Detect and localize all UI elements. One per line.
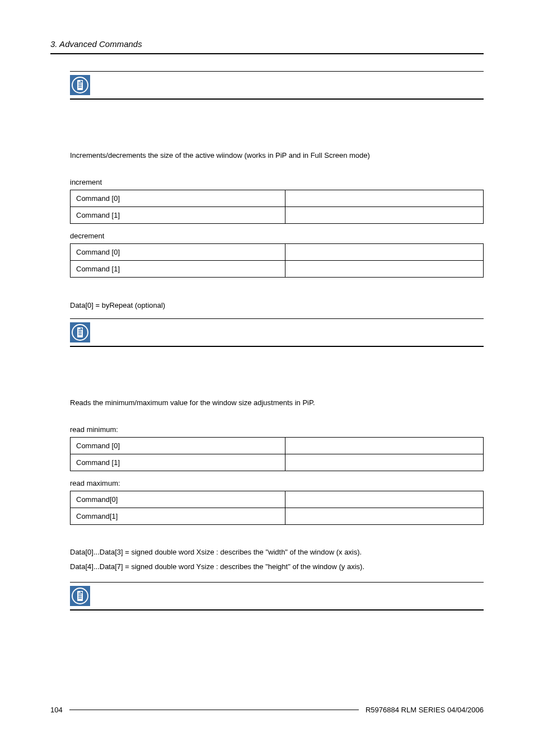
cell: Command [0] [71,190,285,206]
cell: Command [1] [71,260,285,277]
decrement-label: decrement [70,232,484,240]
section1-description: Increments/decrements the size of the ac… [70,150,484,161]
note-block-3 [70,582,484,611]
cell [285,206,483,223]
increment-table: Command [0] Command [1] [70,190,484,224]
note-bottom-rule [70,609,484,611]
note-icon [70,586,90,606]
note-top-rule [70,582,484,583]
header-rule [50,53,484,54]
cell: Command [0] [71,437,285,454]
note-top-rule [70,71,484,72]
read-min-label: read minimum: [70,425,484,434]
cell [285,508,483,524]
increment-label: increment [70,178,484,186]
cell [285,243,483,260]
cell [285,491,483,508]
decrement-table: Command [0] Command [1] [70,243,484,278]
cell [285,190,483,206]
note-block-1 [70,71,484,100]
cell: Command [1] [71,454,285,471]
data-line-2: Data[4]...Data[7] = signed double word Y… [70,560,484,574]
note-block-2 [70,318,484,347]
data-line-1: Data[0]...Data[3] = signed double word X… [70,545,484,560]
page-footer: 104 R5976884 RLM SERIES 04/04/2006 [50,706,484,714]
note-icon [70,75,90,95]
read-min-table: Command [0] Command [1] [70,437,484,471]
data-note-1: Data[0] = byRepeat (optional) [70,300,484,311]
cell [285,454,483,471]
table-row: Command [1] [71,454,484,471]
table-row: Command[0] [71,491,484,508]
note-icon [70,322,90,342]
cell: Command [1] [71,206,285,223]
table-row: Command [1] [71,260,484,277]
cell [285,437,483,454]
table-row: Command[1] [71,508,484,524]
table-row: Command [0] [71,243,484,260]
footer-doc-info: R5976884 RLM SERIES 04/04/2006 [359,706,484,714]
data-lines: Data[0]...Data[3] = signed double word X… [70,545,484,574]
page-number: 104 [50,706,69,714]
table-row: Command [1] [71,206,484,223]
read-max-label: read maximum: [70,479,484,487]
table-row: Command [0] [71,190,484,206]
chapter-heading: 3. Advanced Commands [50,39,484,49]
read-max-table: Command[0] Command[1] [70,491,484,525]
section2-description: Reads the minimum/maximum value for the … [70,397,484,408]
note-top-rule [70,318,484,319]
cell: Command [0] [71,243,285,260]
cell: Command[0] [71,491,285,508]
footer-rule [69,710,359,710]
cell: Command[1] [71,508,285,524]
cell [285,260,483,277]
table-row: Command [0] [71,437,484,454]
